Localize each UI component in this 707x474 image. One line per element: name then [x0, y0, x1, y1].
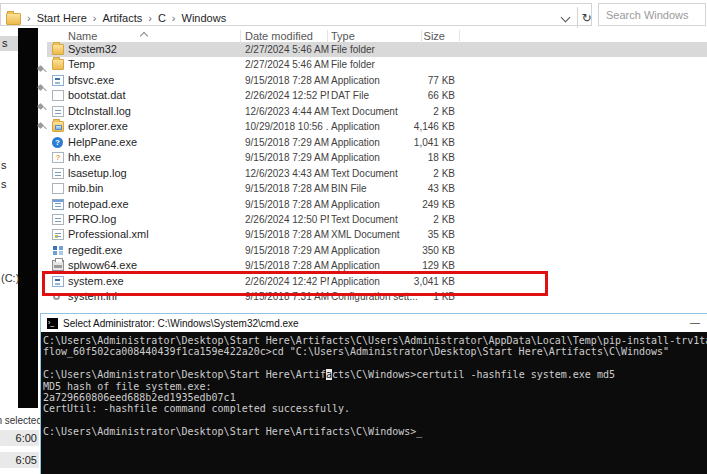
folder-icon: [6, 13, 21, 25]
explorer-icon: [52, 121, 64, 132]
chevron-down-icon[interactable]: [561, 13, 571, 23]
file-date: 2/27/2024 5:46 AM: [245, 59, 329, 70]
table-row[interactable]: regedit.exe 9/15/2018 7:29 AM Applicatio…: [47, 243, 707, 258]
table-row[interactable]: hh.exe 9/15/2018 7:29 AM Application 18 …: [47, 150, 707, 165]
column-header-name[interactable]: Name: [68, 30, 97, 42]
console-line: C:\Users\Administrator\Desktop\Start Her…: [43, 335, 707, 346]
file-date: 12/6/2023 4:44 AM: [245, 106, 329, 117]
notepad-icon: [52, 199, 64, 210]
column-divider[interactable]: [240, 30, 241, 44]
cmd-title-bar[interactable]: Select Administrator: C:\Windows\System3…: [41, 314, 707, 332]
app-icon: [52, 75, 64, 86]
table-row[interactable]: Temp 2/27/2024 5:46 AM File folder: [47, 57, 707, 72]
search-box: [598, 3, 706, 26]
table-row[interactable]: mib.bin 9/15/2018 7:28 AM BIN File 43 KB: [47, 181, 707, 196]
column-header-size[interactable]: Size: [395, 30, 445, 42]
refresh-icon[interactable]: ↻: [580, 10, 593, 26]
regedit-icon: [52, 245, 64, 256]
file-name: DtcInstall.log: [68, 105, 238, 117]
console-cursor: _: [416, 426, 422, 437]
nav-item-fragment[interactable]: s: [1, 178, 7, 190]
breadcrumb-item[interactable]: C: [157, 12, 167, 24]
nav-selected-label: s: [2, 37, 8, 49]
file-icon: [52, 90, 64, 101]
background-cell: 6:05: [0, 452, 39, 468]
file-size: 35 KB: [385, 229, 455, 240]
nav-item-fragment[interactable]: s: [1, 159, 7, 171]
file-date: 9/15/2018 7:29 AM: [245, 137, 329, 148]
table-row[interactable]: lsasetup.log 12/6/2023 4:43 AM Text Docu…: [47, 166, 707, 181]
console-line: flow_60f502ca008440439f1ca159e422a20c>cd…: [43, 346, 707, 357]
file-size: 77 KB: [385, 75, 455, 86]
file-name: explorer.exe: [68, 120, 238, 132]
file-size: 2 KB: [385, 214, 455, 225]
console-line: C:\Users\Administrator\Desktop\Start Her…: [43, 426, 707, 437]
table-row[interactable]: HelpPane.exe 9/15/2018 7:29 AM Applicati…: [47, 135, 707, 150]
nav-selected-item[interactable]: s: [0, 36, 18, 51]
table-row[interactable]: System32 2/27/2024 5:46 AM File folder: [47, 42, 707, 57]
doc-icon: [52, 168, 64, 179]
file-date: 12/6/2023 4:43 AM: [245, 168, 329, 179]
file-date: 9/15/2018 7:28 AM: [245, 75, 329, 86]
table-row[interactable]: notepad.exe 9/15/2018 7:28 AM Applicatio…: [47, 197, 707, 212]
column-divider[interactable]: [459, 30, 460, 44]
search-input[interactable]: [599, 4, 705, 25]
address-bar: ›Start Here›Artifacts›C›Windows ↻: [0, 0, 707, 28]
file-name: PFRO.log: [68, 213, 238, 225]
cmd-title: Select Administrator: C:\Windows\System3…: [63, 318, 299, 329]
file-size: 4,146 KB: [385, 121, 455, 132]
file-date: 2/26/2024 12:52 PM: [245, 90, 329, 101]
file-icon: [52, 183, 64, 194]
file-name: System32: [68, 43, 238, 55]
file-name: bootstat.dat: [68, 89, 238, 101]
file-size: 2 KB: [385, 168, 455, 179]
file-name: hh.exe: [68, 151, 238, 163]
background-cell: 6:00: [0, 430, 39, 446]
doc-icon: [52, 106, 64, 117]
file-size: 350 KB: [385, 245, 455, 256]
column-header-date[interactable]: Date modified: [245, 30, 313, 42]
file-size: 129 KB: [385, 260, 455, 271]
file-name: splwow64.exe: [68, 259, 238, 271]
console-line: [43, 358, 707, 369]
address-separator: [577, 7, 578, 30]
file-size: 18 KB: [385, 152, 455, 163]
help-icon: [52, 137, 63, 148]
file-name: regedit.exe: [68, 244, 238, 256]
breadcrumb-field[interactable]: ›Start Here›Artifacts›C›Windows ↻: [0, 3, 592, 26]
column-header-type[interactable]: Type: [331, 30, 355, 42]
console-line: MD5 hash of file system.exe:: [43, 381, 707, 392]
minimize-button[interactable]: —: [690, 315, 700, 331]
column-divider[interactable]: [327, 30, 328, 44]
file-size: 1,041 KB: [385, 137, 455, 148]
screen: ›Start Here›Artifacts›C›Windows ↻ s (C:)…: [0, 0, 707, 474]
file-size: 66 KB: [385, 90, 455, 101]
breadcrumb-item[interactable]: Windows: [181, 12, 228, 24]
folder-icon: [52, 44, 64, 55]
file-name: Temp: [68, 58, 238, 70]
printer-icon: [52, 260, 64, 271]
column-divider[interactable]: [421, 30, 422, 44]
file-date: 9/15/2018 7:28 AM: [245, 199, 329, 210]
file-date: 2/26/2024 12:50 PM: [245, 214, 329, 225]
table-row[interactable]: bootstat.dat 2/26/2024 12:52 PM DAT File…: [47, 88, 707, 103]
table-row[interactable]: bfsvc.exe 9/15/2018 7:28 AM Application …: [47, 73, 707, 88]
breadcrumb-item[interactable]: Start Here: [36, 12, 88, 24]
annotation-highlight-box: [42, 271, 548, 296]
status-bar-text: m selected: [0, 415, 42, 426]
cmd-icon: [47, 318, 58, 329]
table-row[interactable]: DtcInstall.log 12/6/2023 4:44 AM Text Do…: [47, 104, 707, 119]
table-row[interactable]: Professional.xml 9/15/2018 7:28 AM XML D…: [47, 227, 707, 242]
console-output: C:\Users\Administrator\Desktop\Start Her…: [41, 332, 707, 438]
breadcrumb-item[interactable]: Artifacts: [101, 12, 143, 24]
file-name: Professional.xml: [68, 228, 238, 240]
console-line: 2a729660806eed688b2ed1935edb07c1: [43, 392, 707, 403]
table-row[interactable]: PFRO.log 2/26/2024 12:50 PM Text Documen…: [47, 212, 707, 227]
breadcrumb-separator: ›: [167, 12, 181, 24]
file-date: 9/15/2018 7:28 AM: [245, 183, 329, 194]
drive-label[interactable]: (C:): [1, 272, 19, 284]
breadcrumb-separator: ›: [22, 12, 36, 24]
table-row[interactable]: explorer.exe 10/29/2018 10:56 ... Applic…: [47, 119, 707, 134]
breadcrumb-items: ›Start Here›Artifacts›C›Windows: [22, 8, 227, 29]
console-line: [43, 415, 707, 426]
